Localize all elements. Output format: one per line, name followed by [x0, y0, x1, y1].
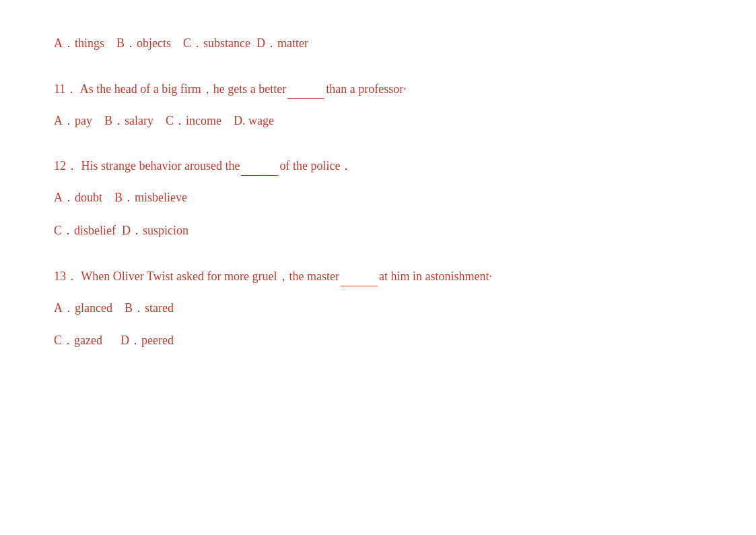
- q11-block: 11． As the head of a big firm，he gets a …: [54, 79, 702, 131]
- q12-text-after: of the police．: [279, 159, 352, 172]
- q13-blank: [341, 266, 378, 286]
- q11-question: 11． As the head of a big firm，he gets a …: [54, 79, 702, 99]
- q12-block: 12． His strange behavior aroused the of …: [54, 156, 702, 240]
- q13-number: 13．: [54, 270, 78, 283]
- q12-options-line2: C．disbelief D．suspicion: [54, 221, 702, 241]
- q13-options-line1: A．glanced B．stared: [54, 298, 702, 318]
- q13-text-before: When Oliver Twist asked for more gruel，t…: [81, 270, 339, 283]
- q13-block: 13． When Oliver Twist asked for more gru…: [54, 266, 702, 350]
- q10-options: A．things B．objects C．substance D．matter: [54, 34, 702, 53]
- q11-text-after: than a professor·: [326, 82, 406, 96]
- q13-text-after: at him in astonishment·: [379, 270, 492, 283]
- q12-options-line1: A．doubt B．misbelieve: [54, 188, 702, 208]
- q11-options: A．pay B．salary C．income D. wage: [54, 111, 702, 131]
- q10-options-block: A．things B．objects C．substance D．matter: [54, 34, 702, 53]
- q12-blank: [241, 156, 278, 176]
- q13-question: 13． When Oliver Twist asked for more gru…: [54, 266, 702, 286]
- q12-text-before: His strange behavior aroused the: [81, 159, 240, 172]
- q11-number: 11．: [54, 82, 77, 96]
- q12-question: 12． His strange behavior aroused the of …: [54, 156, 702, 176]
- q11-blank: [287, 79, 324, 99]
- q11-text-before: As the head of a big firm，he gets a bett…: [80, 82, 286, 96]
- q13-options-line2: C．gazed D．peered: [54, 331, 702, 350]
- q12-number: 12．: [54, 159, 78, 172]
